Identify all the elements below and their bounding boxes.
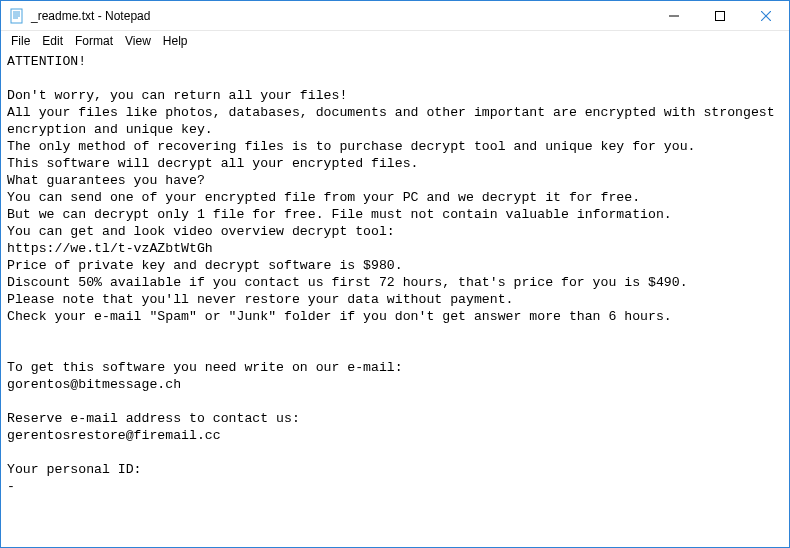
close-icon bbox=[761, 11, 771, 21]
window-controls bbox=[651, 1, 789, 30]
menu-edit[interactable]: Edit bbox=[36, 33, 69, 49]
menu-view[interactable]: View bbox=[119, 33, 157, 49]
text-area[interactable]: ATTENTION! Don't worry, you can return a… bbox=[1, 51, 789, 547]
menu-help[interactable]: Help bbox=[157, 33, 194, 49]
maximize-button[interactable] bbox=[697, 1, 743, 30]
close-button[interactable] bbox=[743, 1, 789, 30]
notepad-icon bbox=[9, 8, 25, 24]
notepad-window: _readme.txt - Notepad File Edit Format V… bbox=[0, 0, 790, 548]
maximize-icon bbox=[715, 11, 725, 21]
window-title: _readme.txt - Notepad bbox=[31, 9, 651, 23]
titlebar[interactable]: _readme.txt - Notepad bbox=[1, 1, 789, 31]
menu-file[interactable]: File bbox=[5, 33, 36, 49]
svg-rect-6 bbox=[716, 11, 725, 20]
minimize-icon bbox=[669, 11, 679, 21]
menubar: File Edit Format View Help bbox=[1, 31, 789, 51]
minimize-button[interactable] bbox=[651, 1, 697, 30]
menu-format[interactable]: Format bbox=[69, 33, 119, 49]
